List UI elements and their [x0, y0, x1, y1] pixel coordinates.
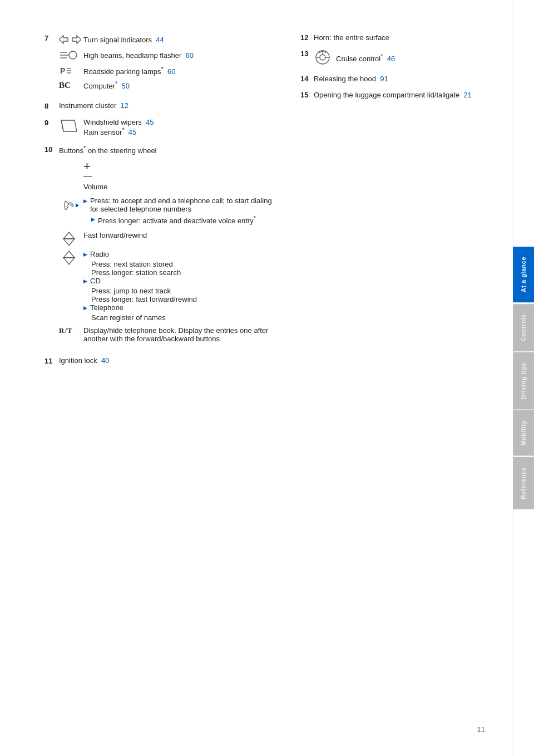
sidebar-tab-driving[interactable]: Driving tips: [513, 352, 534, 410]
item-11-num: 11: [44, 357, 57, 365]
item-7: 7: [44, 33, 278, 94]
svg-marker-13: [63, 232, 75, 239]
svg-text:P: P: [60, 66, 65, 75]
parking-icon-area: P: [59, 65, 83, 77]
item-15-text: Opening the luggage compartment lid/tail…: [314, 91, 472, 99]
minus-icon: —: [83, 171, 278, 180]
page-number: 11: [477, 725, 485, 734]
item-13-num: 13: [300, 50, 314, 58]
sidebar-spacer-bottom: [513, 509, 534, 756]
phone-bullet-1-text: Press: to accept and end a telephone cal…: [90, 197, 278, 213]
sidebar-tab-reference[interactable]: Reference: [513, 457, 534, 509]
page-container: 7: [0, 0, 534, 756]
plus-icon: +: [83, 160, 278, 173]
phone-icon-area: [59, 197, 83, 214]
item-15: 15 Opening the luggage compartment lid/t…: [300, 91, 491, 99]
two-col-layout: 7: [44, 33, 491, 373]
parking-text: Roadside parking lamps* 60: [83, 66, 175, 76]
item-12-text: Horn: the entire surface: [314, 33, 389, 42]
sidebar-tab-controls[interactable]: Controls: [513, 304, 534, 351]
radio-items: Press: next station stored Press longer:…: [91, 260, 197, 277]
triangle-icon-2: ▶: [91, 217, 95, 222]
item-11-ref: 40: [101, 356, 109, 365]
parking-row: P Roadside parking lamps* 60: [59, 65, 278, 77]
item-7-content: Turn signal indicators 44: [59, 33, 278, 94]
high-beam-ref: 60: [186, 51, 194, 60]
item-15-ref: 21: [464, 91, 472, 99]
high-beam-text: High beams, headlamp flasher 60: [83, 51, 194, 60]
item-14: 14 Releasing the hood 91: [300, 75, 491, 83]
tel-item-1: Scan register of names: [91, 313, 197, 322]
svg-point-5: [69, 51, 77, 59]
phone-bullets-area: ▶ Press: to accept and end a telephone c…: [83, 197, 278, 227]
sidebar-spacer-top: [513, 0, 534, 247]
item-12: 12 Horn: the entire surface: [300, 33, 491, 42]
item-11-text: Ignition lock 40: [59, 356, 109, 365]
svg-point-18: [320, 55, 325, 60]
item-13-text: Cruise control* 46: [336, 53, 395, 63]
item-8-content: Instrument cluster 12: [59, 101, 278, 110]
rt-icon: R/T: [59, 326, 73, 335]
high-beam-icon-area: [59, 49, 83, 61]
item-15-num: 15: [300, 91, 314, 99]
svg-marker-0: [59, 36, 68, 43]
item-13: 13: [300, 50, 491, 67]
rain-sensor-text: Rain sensor* 45: [83, 126, 154, 136]
item-9-num: 9: [44, 119, 57, 127]
wiper-icon-area: [59, 118, 83, 134]
turn-signal-ref: 44: [156, 36, 164, 44]
fwd-rew-area: Fast forward/rewind: [59, 231, 278, 247]
svg-marker-12: [76, 203, 79, 208]
item-13-row: 13: [300, 50, 491, 67]
tel-label: Telephone: [90, 303, 123, 312]
triangle-icon-1: ▶: [83, 198, 87, 204]
item-14-text: Releasing the hood 91: [314, 75, 388, 83]
turn-signal-text: Turn signal indicators 44: [83, 36, 164, 44]
item-14-ref: 91: [380, 75, 388, 83]
cd-item-2: Press longer: fast forward/rewind: [91, 295, 197, 303]
left-column: 7: [44, 33, 278, 373]
cd-label-row: ▶ CD: [83, 277, 197, 285]
svg-marker-15: [63, 251, 75, 258]
cd-label: CD: [90, 277, 101, 285]
svg-marker-1: [72, 36, 81, 43]
turn-signal-icon-area: [59, 33, 83, 46]
item-8-ref: 12: [121, 101, 128, 110]
triangle-icon-tel: ▶: [83, 305, 87, 311]
sidebar-tab-mobility[interactable]: Mobility: [513, 410, 534, 456]
item-9-content: Windshield wipers 45 Rain sensor* 45: [59, 118, 278, 136]
item-9: 9 Win: [44, 118, 278, 136]
windshield-ref: 45: [146, 118, 154, 126]
cruise-icon: [314, 50, 332, 65]
radio-area: ▶ Radio Press: next station stored Press…: [59, 250, 278, 322]
main-content: 7: [0, 0, 513, 756]
item-8: 8 Instrument cluster 12: [44, 101, 278, 110]
triangle-icon-cd: ▶: [83, 278, 87, 284]
item-13-ref: 46: [387, 55, 395, 63]
item-11-content: Ignition lock 40: [59, 356, 278, 365]
computer-text: Computer* 50: [83, 80, 130, 90]
fwd-rew-icons: [59, 231, 83, 247]
item-11: 11 Ignition lock 40: [44, 356, 278, 365]
rt-area: R/T Display/hide telephone book. Display…: [59, 326, 278, 343]
phone-icon: [59, 197, 79, 214]
item-9-text-area: Windshield wipers 45 Rain sensor* 45: [83, 118, 154, 136]
radio-item-1: Press: next station stored: [91, 260, 197, 268]
radio-icon-area: [59, 250, 83, 266]
volume-label: Volume: [83, 183, 278, 191]
sidebar-tab-at-a-glance[interactable]: At a glance: [513, 247, 534, 302]
item-10-content: Buttons* on the steering wheel + — Volum…: [59, 145, 278, 349]
item-14-num: 14: [300, 75, 314, 83]
radio-item-2: Press longer: station search: [91, 268, 197, 277]
svg-marker-14: [63, 239, 75, 246]
volume-area: + —: [83, 160, 278, 180]
phone-bullet-2-text: Press longer: activate and deactivate vo…: [98, 215, 256, 225]
cd-item-1: Press: jump to next track: [91, 287, 197, 295]
phone-bullet-1: ▶ Press: to accept and end a telephone c…: [83, 197, 278, 213]
bc-icon: BC: [59, 81, 71, 90]
item-13-content: Cruise control* 46: [314, 50, 395, 67]
radio-icon: [59, 250, 79, 266]
wiper-icon: [59, 118, 79, 134]
item-8-text: Instrument cluster 12: [59, 101, 128, 110]
computer-ref: 50: [122, 82, 130, 90]
